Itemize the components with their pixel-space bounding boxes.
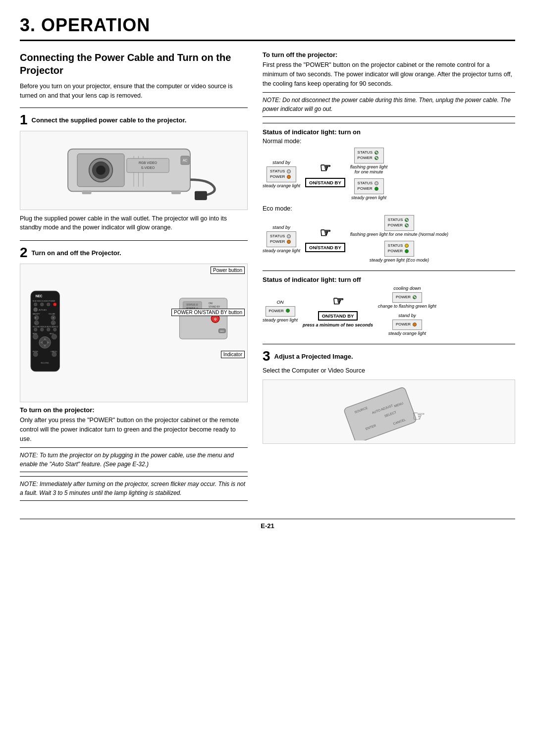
- svg-rect-10: [171, 190, 181, 194]
- svg-point-4: [96, 165, 106, 175]
- svg-text:RGB VIDEO S-VIDEO POWER: RGB VIDEO S-VIDEO POWER: [33, 300, 55, 302]
- on-state-indicator: ON POWER steady green light: [263, 299, 298, 323]
- svg-text:⏻: ⏻: [214, 318, 217, 321]
- eco-steady-green-indicator: STATUS POWER steady green light (Eco mod…: [350, 241, 448, 263]
- page-footer: E-21: [20, 519, 515, 530]
- stand-by-label: stand by: [272, 160, 290, 165]
- svg-point-39: [54, 328, 57, 331]
- steady-green-indicator: STATUS POWER steady green light: [350, 178, 388, 200]
- steady-green-on-label: steady green light: [263, 318, 298, 323]
- svg-text:SRC: SRC: [220, 330, 224, 332]
- step-2: 2 Turn on and off the Projector. NEC RGB…: [20, 246, 248, 501]
- chapter-title: 3. OPERATION: [20, 15, 515, 41]
- svg-rect-9: [82, 190, 92, 194]
- step3-svg: SOURCE AUTO ADJUST MENU ENTER SELECT CAN…: [320, 383, 458, 440]
- on-stand-by-button-normal: ☞ ON/STAND BY: [305, 161, 345, 187]
- section1-title: Connecting the Power Cable and Turn on t…: [20, 51, 248, 77]
- svg-text:S-VIDEO: S-VIDEO: [141, 166, 155, 169]
- eco-stand-by-label: stand by: [272, 224, 290, 230]
- svg-text:AC: AC: [183, 159, 187, 162]
- step-1: 1 Connect the supplied power cable to th…: [20, 113, 248, 233]
- remote-image: NEC RGB VIDEO S-VIDEO POWER AUTO ADJ. MA…: [20, 264, 248, 402]
- power-button-callout: Power button: [211, 267, 245, 274]
- step2-label: Turn on and off the Projector.: [32, 246, 121, 258]
- step3-label: Adjust a Projected Image.: [274, 349, 353, 361]
- svg-text:MAGNIFY: MAGNIFY: [33, 313, 41, 315]
- svg-text:+: +: [35, 317, 36, 319]
- svg-text:VOLUME: VOLUME: [49, 313, 56, 315]
- flashing-green-label: flashing green light: [350, 164, 388, 169]
- step1-label: Connect the supplied power cable to the …: [32, 113, 187, 125]
- remote-svg: NEC RGB VIDEO S-VIDEO POWER AUTO ADJ. MA…: [24, 268, 89, 394]
- eco-after-press-indicators: STATUS POWER flashing green light for on…: [350, 215, 448, 263]
- step-3: 3 Adjust a Projected Image. Select the C…: [263, 349, 515, 444]
- eco-steady-green-eco-label: steady green light (Eco mode): [370, 258, 429, 263]
- svg-text:AUTO ADJ.: AUTO ADJ.: [39, 309, 47, 311]
- press-min-label: press a minimum of two seconds: [303, 323, 373, 327]
- status-on-section: Status of indicator light: turn on Norma…: [263, 128, 515, 263]
- svg-point-19: [34, 303, 38, 306]
- eco-flashing-normal-label: flashing green light for one minute (Nor…: [350, 232, 448, 237]
- svg-text:+: +: [53, 317, 54, 319]
- projector-svg: RGB VIDEO S-VIDEO AC: [40, 134, 228, 206]
- for-one-minute-label: for one minute: [355, 169, 383, 174]
- svg-point-53: [52, 352, 56, 357]
- svg-point-37: [41, 328, 44, 331]
- on-stand-by-button-eco: ☞ ON/STAND BY: [305, 225, 345, 252]
- note1: NOTE: To turn the projector on by pluggi…: [20, 447, 248, 472]
- step3-subtext: Select the Computer or Video Source: [263, 366, 515, 376]
- eco-flashing-green-indicator: STATUS POWER flashing green light for on…: [350, 215, 448, 237]
- svg-text:ON/: ON/: [209, 302, 213, 305]
- flashing-green-indicator: STATUS POWER flashing green light for on…: [350, 148, 388, 174]
- change-flashing-label: change to flashing green light: [378, 304, 436, 309]
- svg-text:STATUS O: STATUS O: [186, 304, 198, 306]
- turn-off-text: First press the "POWER" button on the pr…: [263, 60, 515, 88]
- svg-point-49: [43, 340, 47, 345]
- note3: NOTE: Do not disconnect the power cable …: [263, 92, 515, 117]
- standby2-indicator: stand by POWER steady orange light: [378, 313, 436, 336]
- standby-indicator: stand by STATUS POWER steady orange ligh…: [263, 160, 300, 188]
- svg-point-21: [47, 303, 51, 306]
- on-stand-by-button-off: ☞ ON/STAND BY press a minimum of two sec…: [303, 294, 373, 327]
- svg-text:RGB   VIDEO: RGB VIDEO: [139, 161, 157, 164]
- on-label: ON: [276, 299, 283, 305]
- after-press-indicators: STATUS POWER flashing green light for on…: [350, 148, 388, 200]
- note2: NOTE: Immediately after turning on the p…: [20, 476, 248, 501]
- cooling-down-label: cooling down: [393, 285, 421, 291]
- svg-point-43: [52, 334, 56, 339]
- normal-mode-row: stand by STATUS POWER steady orange ligh…: [263, 148, 515, 200]
- projector-image: RGB VIDEO S-VIDEO AC: [20, 131, 248, 210]
- cooling-down-indicator: cooling down POWER change to flashing gr…: [378, 285, 436, 309]
- svg-rect-65: [343, 386, 417, 440]
- eco-mode-row: stand by STATUS POWER steady orange ligh…: [263, 215, 515, 263]
- svg-point-20: [41, 303, 44, 306]
- eco-steady-orange-label: steady orange light: [263, 248, 300, 253]
- svg-text:RO-5T35: RO-5T35: [41, 362, 49, 364]
- power-on-stand-by-callout: POWER ON/STAND BY button: [171, 309, 245, 316]
- svg-point-23: [34, 308, 38, 312]
- eco-standby-indicator: stand by STATUS POWER steady orange ligh…: [263, 224, 300, 253]
- svg-point-22: [54, 303, 57, 306]
- svg-text:PICTURE FREEZE MUTE ASPECT: PICTURE FREEZE MUTE ASPECT: [33, 326, 58, 328]
- status-on-title: Status of indicator light: turn on: [263, 128, 515, 136]
- steady-orange-label: steady orange light: [263, 183, 300, 188]
- svg-rect-8: [195, 191, 207, 200]
- svg-point-52: [33, 352, 38, 357]
- turn-off-title: To turn off the projector:: [263, 51, 515, 58]
- svg-point-36: [34, 328, 38, 331]
- normal-mode-label: Normal mode:: [263, 138, 515, 145]
- svg-point-42: [33, 334, 38, 339]
- turn-on-section: To turn on the projector: Only after you…: [20, 406, 248, 443]
- turn-off-after-indicators: cooling down POWER change to flashing gr…: [378, 285, 436, 336]
- status-off-section: Status of indicator light: turn off ON P…: [263, 276, 515, 336]
- step3-image: SOURCE AUTO ADJUST MENU ENTER SELECT CAN…: [263, 379, 515, 444]
- step2-number: 2: [20, 246, 28, 260]
- eco-mode-label: Eco mode:: [263, 205, 515, 212]
- step1-number: 1: [20, 113, 28, 127]
- step3-number: 3: [263, 349, 270, 363]
- svg-text:STAND BY: STAND BY: [209, 306, 220, 308]
- turn-on-text: Only after you press the "POWER" button …: [20, 416, 248, 443]
- turn-off-section: To turn off the projector: First press t…: [263, 51, 515, 117]
- svg-text:☞: ☞: [412, 408, 426, 424]
- svg-point-38: [47, 328, 51, 331]
